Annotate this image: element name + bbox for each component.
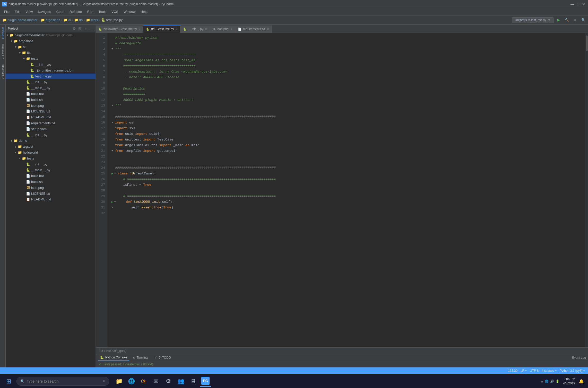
taskbar-app-settings[interactable]: ⚙ <box>163 376 174 387</box>
tab-close-icon[interactable]: ✕ <box>205 28 207 31</box>
tree-item-argoslabs[interactable]: ▼ 📁 argoslabs <box>6 38 96 44</box>
tree-item-hw-sh[interactable]: 📄 build.sh <box>6 179 96 185</box>
line-ending[interactable]: LF ÷ <box>521 369 527 373</box>
bc-file[interactable]: 🐍 test_me.py <box>101 18 123 22</box>
tree-item-jb-runner[interactable]: 🐍 _jb_unittest_runner.py.lo... <box>6 68 96 74</box>
tree-item-hw-icon[interactable]: 🖼 icon.png <box>6 185 96 191</box>
project-panel-close-icon[interactable]: — <box>89 26 93 31</box>
tree-item-demo[interactable]: ▼ 📁 demo <box>6 138 96 144</box>
menu-code[interactable]: Code <box>54 9 66 14</box>
project-panel-layout-icon[interactable]: ⊞ <box>77 26 82 31</box>
tree-item-requirements[interactable]: 📄 requirements.txt <box>6 120 96 126</box>
minimize-button[interactable]: — <box>570 2 575 6</box>
menu-tools[interactable]: Tools <box>97 9 108 14</box>
run-button[interactable]: ▶ <box>555 16 562 24</box>
run-method-btn[interactable]: ▶ <box>111 199 113 205</box>
tree-item-argtest[interactable]: ▶ 📁 argtest <box>6 144 96 150</box>
run-config-selector[interactable]: Unittests in test_me.py ▼ <box>512 17 554 23</box>
code-line-7: .. moduleauthor:: Jerry Chae <mcchae@arg… <box>111 69 585 75</box>
menu-navigate[interactable]: Navigate <box>36 9 53 14</box>
taskbar-app-teams[interactable]: 👥 <box>175 376 186 387</box>
sidebar-item-project[interactable]: 1: Project <box>1 25 5 42</box>
bottom-tab-python-console[interactable]: 🐍 Python Console <box>98 354 129 361</box>
sidebar-item-structure[interactable]: Z: Structure <box>1 62 5 82</box>
menu-view[interactable]: View <box>23 9 35 14</box>
taskbar-app-explorer[interactable]: 📁 <box>113 376 125 387</box>
tree-label: tts <box>27 50 31 56</box>
tree-item-readme[interactable]: 📋 README.md <box>6 114 96 120</box>
tray-chevron-icon[interactable]: ∧ <box>541 380 543 383</box>
project-panel-options-icon[interactable]: ≡ <box>83 26 88 31</box>
tab-tts-test[interactable]: 🐍 tts\...\test_me.py ✕ <box>143 25 180 33</box>
run-class-btn[interactable]: ▶ <box>111 171 113 177</box>
close-button[interactable]: ✕ <box>581 2 586 6</box>
taskbar-app-pycharm[interactable]: PC <box>200 376 211 387</box>
taskbar-app-computer[interactable]: 🖥 <box>187 376 199 387</box>
tree-item-init-py[interactable]: 🐍 __init__.py <box>6 62 96 68</box>
tree-item-helloworld[interactable]: ▼ 📁 helloworld <box>6 150 96 156</box>
encoding[interactable]: UTF-8 <box>530 369 539 373</box>
taskbar-search[interactable]: 🔍 Type here to search 🎙 <box>16 377 109 386</box>
bc-root[interactable]: 📁 plugin-demo-master <box>3 18 37 22</box>
bc-tests[interactable]: 📁 tests <box>86 18 98 22</box>
code-scrollbar[interactable] <box>585 33 588 347</box>
cursor-position[interactable]: 135:30 <box>508 369 517 373</box>
tree-item-build-sh[interactable]: 📄 build.sh <box>6 97 96 103</box>
tree-item-tts[interactable]: ▼ 📁 tts <box>6 50 96 56</box>
bc-ai[interactable]: 📁 ai <box>63 18 71 22</box>
tab-icon-png[interactable]: 🖼 icon.png ✕ <box>210 25 235 33</box>
tree-item-hw-tests[interactable]: ▼ 📁 tests <box>6 156 96 162</box>
tab-init[interactable]: 🐍 __init__.py ✕ <box>180 25 210 33</box>
maximize-button[interactable]: □ <box>576 2 580 6</box>
taskbar: ⊞ 🔍 Type here to search 🎙 📁 🌐 🛍 ✉ ⚙ 👥 🖥 … <box>0 374 588 388</box>
bc-argoslabs[interactable]: 📁 argoslabs <box>41 18 60 22</box>
indentation[interactable]: 4 spaces ÷ <box>542 369 557 373</box>
tree-item-setup-yaml[interactable]: 📄 setup.yaml <box>6 126 96 132</box>
build-button[interactable]: 🔨 <box>563 16 570 24</box>
sidebar-item-favorites[interactable]: 2: Favorites <box>1 42 5 61</box>
code-content[interactable]: #!/usr/bin/env python # coding=utf8 ▼ ""… <box>107 33 585 347</box>
tree-item-test-me[interactable]: 🐍 test_me.py <box>6 74 96 80</box>
tree-item-license[interactable]: 📄 LICENSE.txt <box>6 109 96 114</box>
tab-close-icon[interactable]: ✕ <box>138 28 141 31</box>
stop-button[interactable]: ■ <box>572 16 579 24</box>
tab-close-icon[interactable]: ✕ <box>267 28 269 31</box>
start-button[interactable]: ⊞ <box>2 376 15 386</box>
tree-item-hw-readme[interactable]: 📋 README.md <box>6 197 96 202</box>
tree-item-ai[interactable]: ▼ 📁 ai <box>6 44 96 50</box>
taskbar-app-store[interactable]: 🛍 <box>138 376 149 387</box>
taskbar-app-mail[interactable]: ✉ <box>150 376 162 387</box>
menu-run[interactable]: Run <box>85 9 96 14</box>
tree-item-tts-init[interactable]: 🐍 __init__.py <box>6 79 96 85</box>
notification-button[interactable]: 🔔 <box>577 377 586 386</box>
window-title: plugin-demo-master [C:\work\plugin-demo-… <box>9 2 570 6</box>
tree-item-hw-license[interactable]: 📄 LICENSE.txt <box>6 191 96 197</box>
menu-window[interactable]: Window <box>122 9 137 14</box>
tree-item-hw-bat[interactable]: 📄 build.bat <box>6 173 96 179</box>
tree-item-icon-png[interactable]: 🖼 icon.png <box>6 103 96 109</box>
tree-item-tests[interactable]: ▼ 📁 tests <box>6 56 96 62</box>
tree-item-hw-main[interactable]: 🐍 __main__.py <box>6 167 96 173</box>
tab-close-icon[interactable]: ✕ <box>175 28 178 31</box>
tree-item-main-py[interactable]: 🐍 __main__.py <box>6 85 96 91</box>
tree-item-root[interactable]: ▼ 📁 plugin-demo-master C:\work\plugin-de… <box>6 32 96 38</box>
taskbar-app-edge[interactable]: 🌐 <box>126 376 137 387</box>
bc-tts[interactable]: 📁 tts <box>74 18 83 22</box>
python-version[interactable]: Python 3.7 (py3) ÷ <box>560 369 585 373</box>
bottom-tab-todo[interactable]: ✓ 6: TODO <box>152 354 173 361</box>
menu-refactor[interactable]: Refactor <box>67 9 84 14</box>
bottom-tab-terminal[interactable]: ⊡ Terminal <box>131 354 151 361</box>
tab-requirements[interactable]: 📄 requirements.txt ✕ <box>235 25 272 33</box>
tab-close-icon[interactable]: ✕ <box>230 28 232 31</box>
search-button[interactable]: 🔍 <box>581 18 585 22</box>
project-panel-settings-icon[interactable]: ⚙ <box>72 26 76 31</box>
event-log-label[interactable]: Event Log <box>572 356 586 359</box>
menu-vcs[interactable]: VCS <box>109 9 120 14</box>
tab-helloworld-test[interactable]: 🐍 helloworld\...\test_me.py ✕ <box>96 25 143 33</box>
tree-item-ai-init[interactable]: 🐍 __init__.py <box>6 132 96 138</box>
tree-item-hw-init[interactable]: 🐍 __init__.py <box>6 162 96 167</box>
menu-help[interactable]: Help <box>139 9 150 14</box>
tree-item-build-bat[interactable]: 📄 build.bat <box>6 91 96 97</box>
menu-file[interactable]: File <box>2 9 12 14</box>
menu-edit[interactable]: Edit <box>13 9 22 14</box>
